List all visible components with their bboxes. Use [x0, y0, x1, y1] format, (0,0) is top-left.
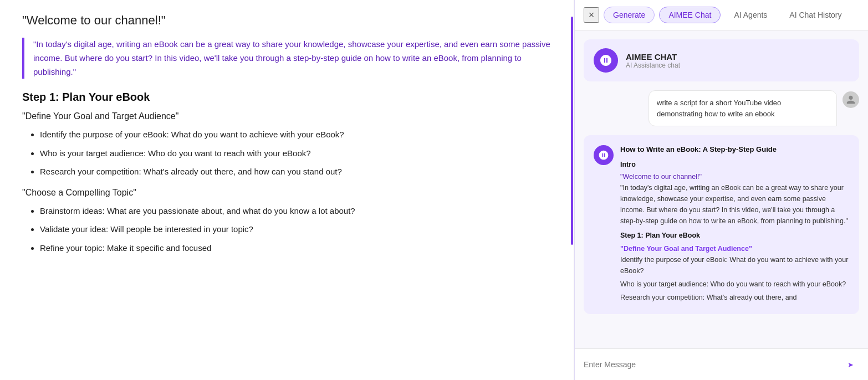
aimee-header-card: AIMEE CHAT AI Assistance chat — [584, 39, 859, 81]
scroll-bar — [571, 17, 573, 245]
resp-intro-label: Intro — [620, 159, 849, 170]
tab-ai-chat-history[interactable]: AI Chat History — [780, 7, 850, 23]
tab-aimee[interactable]: AIMEE Chat — [659, 7, 721, 23]
resp-define-label: "Define Your Goal and Target Audience" — [620, 243, 849, 254]
message-input[interactable] — [584, 360, 836, 369]
bullet-list-1: Identify the purpose of your eBook: What… — [22, 128, 552, 178]
main-content-panel: "Welcome to our channel!" "In today's di… — [0, 0, 574, 380]
section1-label: "Define Your Goal and Target Audience" — [22, 111, 552, 121]
list-item: Research your competition: What's alread… — [40, 165, 552, 178]
list-item: Validate your idea: Will people be inter… — [40, 223, 552, 235]
list-item: Who is your target audience: Who do you … — [40, 147, 552, 160]
user-message-row: write a script for a short YouTube video… — [584, 90, 859, 126]
right-panel: × Generate AIMEE Chat AI Agents AI Chat … — [574, 0, 868, 380]
bullet-list-2: Brainstorm ideas: What are you passionat… — [22, 204, 552, 254]
step1-heading: Step 1: Plan Your eBook — [22, 91, 552, 104]
resp-step1: Step 1: Plan Your eBook — [620, 230, 849, 241]
resp-bullet2: Who is your target audience: Who do you … — [620, 279, 849, 290]
message-input-row: ➤ — [575, 348, 868, 380]
aimee-response-icon — [598, 150, 609, 161]
aimee-sub: AI Assistance chat — [626, 61, 680, 69]
tab-ai-agents[interactable]: AI Agents — [725, 7, 776, 23]
resp-intro-text: "In today's digital age, writing an eBoo… — [620, 182, 849, 227]
aimee-header-text: AIMEE CHAT AI Assistance chat — [626, 52, 680, 69]
resp-bullet1: Identify the purpose of your eBook: What… — [620, 254, 849, 276]
user-icon — [846, 95, 856, 105]
aimee-avatar — [594, 48, 618, 73]
list-item: Brainstorm ideas: What are you passionat… — [40, 204, 552, 217]
list-item: Refine your topic: Make it specific and … — [40, 242, 552, 254]
top-nav: × Generate AIMEE Chat AI Agents AI Chat … — [575, 0, 868, 30]
resp-bullet3: Research your competition: What's alread… — [620, 292, 849, 303]
ai-response-avatar — [594, 145, 614, 165]
section2-label: "Choose a Compelling Topic" — [22, 188, 552, 198]
aimee-name: AIMEE CHAT — [626, 52, 680, 61]
resp-title: How to Write an eBook: A Step-by-Step Gu… — [620, 144, 849, 156]
ai-response-card: How to Write an eBook: A Step-by-Step Gu… — [584, 135, 859, 314]
user-avatar — [843, 91, 859, 108]
main-title: "Welcome to our channel!" — [22, 13, 552, 28]
send-button[interactable]: ➤ — [841, 356, 859, 373]
scroll-accent — [570, 0, 574, 380]
list-item: Identify the purpose of your eBook: What… — [40, 128, 552, 141]
user-message-bubble: write a script for a short YouTube video… — [649, 90, 837, 126]
intro-quote-text: "In today's digital age, writing an eBoo… — [33, 39, 550, 76]
resp-welcome-quote: "Welcome to our channel!" — [620, 171, 849, 182]
ai-response-content: How to Write an eBook: A Step-by-Step Gu… — [620, 144, 849, 305]
close-button[interactable]: × — [584, 7, 599, 23]
tab-generate[interactable]: Generate — [604, 7, 655, 23]
chat-area[interactable]: AIMEE CHAT AI Assistance chat write a sc… — [575, 30, 868, 348]
intro-quote-block: "In today's digital age, writing an eBoo… — [22, 38, 552, 79]
aimee-logo-icon — [599, 54, 612, 67]
